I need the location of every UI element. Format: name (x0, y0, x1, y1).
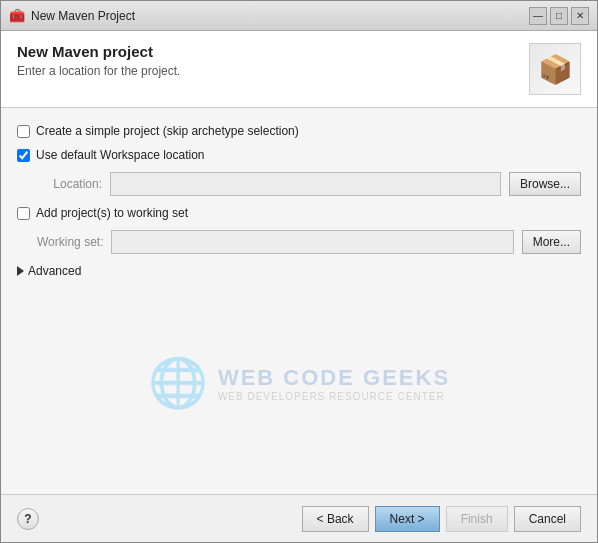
working-set-text: Add project(s) to working set (36, 206, 188, 220)
help-button[interactable]: ? (17, 508, 39, 530)
simple-project-row: Create a simple project (skip archetype … (17, 124, 581, 138)
close-button[interactable]: ✕ (571, 7, 589, 25)
more-button[interactable]: More... (522, 230, 581, 254)
location-input[interactable] (110, 172, 501, 196)
header-icon: 📦 (529, 43, 581, 95)
maximize-button[interactable]: □ (550, 7, 568, 25)
working-set-input[interactable] (111, 230, 513, 254)
main-window: 🧰 New Maven Project — □ ✕ New Maven proj… (0, 0, 598, 543)
simple-project-text: Create a simple project (skip archetype … (36, 124, 299, 138)
watermark-inner: 🌐 WEB CODE GEEKS Web Developers Resource… (148, 355, 450, 411)
default-workspace-text: Use default Workspace location (36, 148, 205, 162)
back-button[interactable]: < Back (302, 506, 369, 532)
location-label: Location: (37, 177, 102, 191)
minimize-button[interactable]: — (529, 7, 547, 25)
title-bar: 🧰 New Maven Project — □ ✕ (1, 1, 597, 31)
watermark-logo-icon: 🌐 (148, 355, 208, 411)
watermark-title: WEB CODE GEEKS (218, 365, 450, 391)
working-set-field-label: Working set: (37, 235, 103, 249)
footer-right: < Back Next > Finish Cancel (302, 506, 581, 532)
maven-icon: 📦 (538, 53, 573, 86)
footer-left: ? (17, 508, 39, 530)
default-workspace-label[interactable]: Use default Workspace location (17, 148, 205, 162)
advanced-label: Advanced (28, 264, 81, 278)
title-bar-left: 🧰 New Maven Project (9, 8, 135, 24)
form-content: Create a simple project (skip archetype … (1, 108, 597, 494)
header-section: New Maven project Enter a location for t… (1, 31, 597, 108)
browse-button[interactable]: Browse... (509, 172, 581, 196)
cancel-button[interactable]: Cancel (514, 506, 581, 532)
next-button[interactable]: Next > (375, 506, 440, 532)
finish-button[interactable]: Finish (446, 506, 508, 532)
header-text: New Maven project Enter a location for t… (17, 43, 180, 78)
footer: ? < Back Next > Finish Cancel (1, 494, 597, 542)
window-title: New Maven Project (31, 9, 135, 23)
advanced-row[interactable]: Advanced (17, 264, 581, 278)
default-workspace-checkbox[interactable] (17, 149, 30, 162)
advanced-triangle-icon (17, 266, 24, 276)
default-workspace-row: Use default Workspace location (17, 148, 581, 162)
watermark-subtitle: Web Developers Resource Center (218, 391, 450, 402)
simple-project-label[interactable]: Create a simple project (skip archetype … (17, 124, 299, 138)
window-controls: — □ ✕ (529, 7, 589, 25)
working-set-field-row: Working set: More... (37, 230, 581, 254)
location-row: Location: Browse... (37, 172, 581, 196)
page-title: New Maven project (17, 43, 180, 60)
working-set-checkbox[interactable] (17, 207, 30, 220)
window-icon: 🧰 (9, 8, 25, 24)
working-set-label[interactable]: Add project(s) to working set (17, 206, 188, 220)
page-subtitle: Enter a location for the project. (17, 64, 180, 78)
simple-project-checkbox[interactable] (17, 125, 30, 138)
watermark-text-block: WEB CODE GEEKS Web Developers Resource C… (218, 365, 450, 402)
watermark-area: 🌐 WEB CODE GEEKS Web Developers Resource… (17, 288, 581, 478)
working-set-row: Add project(s) to working set (17, 206, 581, 220)
